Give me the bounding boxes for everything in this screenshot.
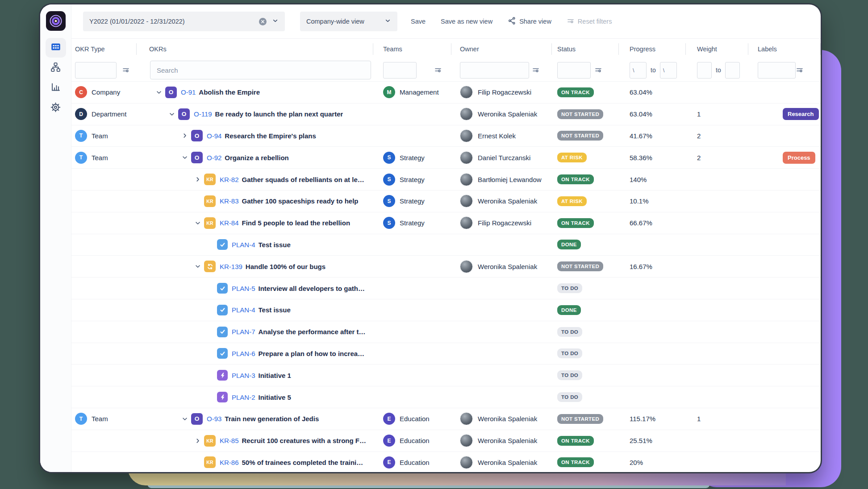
avatar (460, 151, 473, 164)
labels-cell (748, 234, 821, 256)
okr-key-link[interactable]: KR-85 (220, 437, 239, 444)
status-badge[interactable]: DONE (557, 305, 581, 315)
okr-cell: KRKR-85Recruit 100 creatures with a stro… (136, 430, 373, 452)
column-header-okrs[interactable]: OKRs (136, 39, 373, 59)
status-badge[interactable]: AT RISK (557, 196, 587, 206)
status-badge[interactable]: ON TRACK (557, 457, 594, 467)
status-badge[interactable]: TO DO (557, 392, 582, 402)
task-check-icon (217, 348, 228, 359)
status-badge[interactable]: TO DO (557, 327, 582, 337)
chevron-down-icon[interactable] (181, 154, 188, 161)
column-header-progress[interactable]: Progress (618, 39, 685, 59)
filter-icon[interactable] (796, 66, 804, 74)
progress-min-input[interactable] (630, 62, 647, 79)
okr-key-link[interactable]: KR-139 (220, 263, 242, 270)
owner-cell: Weronika Spaleniak (451, 452, 551, 472)
weight-min-input[interactable] (697, 62, 712, 79)
status-badge[interactable]: NOT STARTED (557, 261, 603, 271)
okr-key-link[interactable]: PLAN-4 (232, 306, 255, 314)
weight-cell (685, 256, 748, 277)
initiative-bolt-icon (217, 370, 228, 381)
status-badge[interactable]: NOT STARTED (557, 414, 603, 424)
owner-name: Filip Rogaczewski (478, 219, 531, 227)
status-badge[interactable]: ON TRACK (557, 218, 594, 228)
okr-key-link[interactable]: PLAN-5 (232, 285, 255, 292)
okr-key-link[interactable]: KR-84 (220, 219, 239, 227)
chevron-down-icon[interactable] (194, 220, 201, 227)
labels-filter-input[interactable] (758, 62, 796, 79)
status-badge[interactable]: TO DO (557, 283, 582, 293)
column-header-okr-type[interactable]: OKR Type (71, 39, 136, 59)
sidebar-item-hierarchy-view[interactable] (46, 58, 66, 78)
status-badge[interactable]: TO DO (557, 370, 582, 380)
status-badge[interactable]: ON TRACK (557, 87, 594, 97)
okr-key-link[interactable]: PLAN-2 (232, 394, 255, 401)
label-badge: Process (783, 152, 815, 164)
status-filter-input[interactable] (557, 62, 591, 79)
app-logo (46, 11, 66, 31)
okr-key-link[interactable]: KR-82 (220, 176, 239, 183)
filter-icon[interactable] (594, 66, 602, 74)
okr-key-link[interactable]: PLAN-3 (232, 372, 255, 379)
table-row: PLAN-4Test issueDONE (71, 299, 821, 321)
okr-key-link[interactable]: KR-86 (220, 459, 239, 466)
okr-key-link[interactable]: O-91 (181, 88, 196, 96)
column-header-labels[interactable]: Labels (748, 39, 821, 59)
status-badge[interactable]: NOT STARTED (557, 109, 603, 119)
filter-icon[interactable] (532, 66, 540, 74)
chevron-down-icon[interactable] (194, 263, 201, 270)
okr-key-link[interactable]: KR-83 (220, 197, 239, 205)
status-cell: ON TRACK (551, 212, 618, 234)
status-badge[interactable]: TO DO (557, 348, 582, 358)
progress-max-input[interactable] (660, 62, 677, 79)
teams-filter-input[interactable] (383, 62, 417, 79)
chevron-right-icon[interactable] (194, 437, 201, 444)
owner-filter-input[interactable] (460, 62, 529, 79)
status-badge[interactable]: NOT STARTED (557, 131, 603, 141)
period-select[interactable]: Y2022 (01/01/2022 - 12/31/2022) (83, 12, 285, 31)
okr-key-link[interactable]: PLAN-6 (232, 350, 255, 357)
okr-type-filter-input[interactable] (75, 62, 117, 79)
column-header-teams[interactable]: Teams (373, 39, 451, 59)
okr-key-link[interactable]: PLAN-7 (232, 328, 255, 336)
status-badge[interactable]: ON TRACK (557, 174, 594, 184)
sidebar-item-table-view[interactable] (46, 38, 66, 58)
progress-cell (618, 234, 685, 256)
chevron-right-icon[interactable] (194, 176, 201, 183)
okr-key-link[interactable]: O-93 (207, 415, 221, 423)
okr-key-link[interactable]: PLAN-4 (232, 241, 255, 249)
okr-title: Prepare a plan of how to increa… (259, 350, 365, 357)
table-row: PLAN-3Initiative 1TO DO (71, 364, 821, 386)
status-badge[interactable]: AT RISK (557, 153, 587, 162)
status-badge[interactable]: DONE (557, 240, 581, 249)
view-select[interactable]: Company-wide view (300, 12, 397, 31)
chevron-right-icon[interactable] (181, 132, 188, 139)
share-view-button[interactable]: Share view (508, 17, 551, 26)
okr-key-link[interactable]: O-92 (207, 154, 221, 162)
progress-cell: 41.67% (618, 125, 685, 147)
clear-period-icon[interactable] (259, 18, 267, 25)
filter-icon[interactable] (434, 66, 442, 74)
sidebar-item-chart-view[interactable] (46, 78, 66, 98)
table-row: PLAN-5Interview all developers to gath…T… (71, 277, 821, 299)
weight-cell (685, 169, 748, 190)
chevron-down-icon[interactable] (155, 89, 163, 96)
okr-key-link[interactable]: O-94 (207, 132, 221, 140)
status-badge[interactable]: ON TRACK (557, 436, 594, 446)
chevron-down-icon[interactable] (181, 415, 188, 423)
save-as-new-view-button[interactable]: Save as new view (441, 18, 492, 25)
sidebar-item-settings[interactable] (46, 98, 66, 118)
column-header-weight[interactable]: Weight (685, 39, 748, 59)
column-header-status[interactable]: Status (551, 39, 618, 59)
weight-max-input[interactable] (725, 62, 740, 79)
save-button[interactable]: Save (411, 18, 426, 25)
okr-type-label: Company (92, 88, 120, 96)
column-header-owner[interactable]: Owner (451, 39, 551, 59)
chevron-down-icon[interactable] (168, 111, 175, 118)
table-row: PLAN-7Analyse the performance after t…TO… (71, 321, 821, 343)
avatar (460, 86, 473, 99)
okr-key-link[interactable]: O-119 (194, 110, 212, 118)
okr-search-input[interactable] (150, 61, 371, 79)
reset-filters-button[interactable]: Reset filters (567, 17, 612, 26)
filter-icon[interactable] (122, 66, 130, 74)
